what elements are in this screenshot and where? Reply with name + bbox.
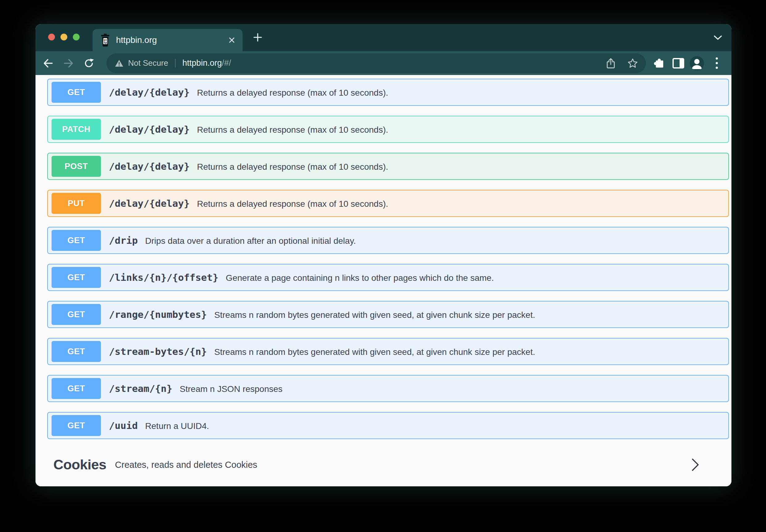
endpoint-info: /range/{numbytes} Streams n random bytes… xyxy=(109,309,535,320)
endpoint-path: /delay/{delay} xyxy=(109,87,189,98)
warning-triangle-icon[interactable] xyxy=(114,59,124,68)
swagger-content: GET /delay/{delay} Returns a delayed res… xyxy=(35,75,731,486)
url-divider xyxy=(175,59,176,68)
endpoint-info: /stream-bytes/{n} Streams n random bytes… xyxy=(109,346,535,357)
endpoint-path: /stream-bytes/{n} xyxy=(109,346,207,357)
zoom-button[interactable] xyxy=(73,34,80,40)
method-badge: GET xyxy=(52,267,101,288)
endpoint-info: /uuid Return a UUID4. xyxy=(109,420,209,431)
endpoint-path: /delay/{delay} xyxy=(109,124,189,135)
endpoint-info: /links/{n}/{offset} Generate a page cont… xyxy=(109,272,494,283)
endpoint-path: /delay/{delay} xyxy=(109,161,189,172)
tab-list-chevron-icon[interactable] xyxy=(714,35,722,40)
endpoint-row[interactable]: GET /range/{numbytes} Streams n random b… xyxy=(47,301,729,328)
endpoint-row[interactable]: POST /delay/{delay} Returns a delayed re… xyxy=(47,153,729,180)
close-button[interactable] xyxy=(48,34,55,40)
endpoint-path: /delay/{delay} xyxy=(109,198,189,209)
url-path: /#/ xyxy=(222,58,231,68)
reload-icon[interactable] xyxy=(83,57,95,69)
method-badge: GET xyxy=(52,341,101,362)
tab-httpbin[interactable]: ht tp httpbin.org xyxy=(93,29,243,51)
endpoint-info: /delay/{delay} Returns a delayed respons… xyxy=(109,198,388,209)
endpoint-row[interactable]: GET /drip Drips data over a duration aft… xyxy=(47,227,729,254)
window-controls xyxy=(48,34,80,40)
endpoint-path: /uuid xyxy=(109,420,138,431)
endpoint-info: /drip Drips data over a duration after a… xyxy=(109,235,356,246)
method-badge: GET xyxy=(52,230,101,251)
endpoint-row[interactable]: PATCH /delay/{delay} Returns a delayed r… xyxy=(47,116,729,143)
kebab-menu-icon[interactable] xyxy=(711,57,722,69)
method-badge: POST xyxy=(52,156,101,177)
method-badge: PATCH xyxy=(52,119,101,140)
endpoint-info: /delay/{delay} Returns a delayed respons… xyxy=(109,87,388,98)
endpoint-description: Returns a delayed response (max of 10 se… xyxy=(197,125,388,135)
url-bar[interactable]: Not Secure httpbin.org/#/ xyxy=(106,53,646,73)
endpoint-row[interactable]: GET /links/{n}/{offset} Generate a page … xyxy=(47,264,729,291)
security-label[interactable]: Not Secure xyxy=(128,58,168,68)
browser-window: ht tp httpbin.org xyxy=(35,24,731,486)
url-host: httpbin.org xyxy=(182,58,222,68)
tag-description: Creates, reads and deletes Cookies xyxy=(115,460,257,470)
back-arrow-icon[interactable] xyxy=(42,57,54,69)
side-panel-icon[interactable] xyxy=(672,57,684,69)
minimize-button[interactable] xyxy=(60,34,67,40)
browser-toolbar: Not Secure httpbin.org/#/ xyxy=(35,51,731,75)
endpoint-row[interactable]: GET /stream/{n} Stream n JSON responses xyxy=(47,375,729,402)
endpoint-description: Returns a delayed response (max of 10 se… xyxy=(197,162,388,172)
method-badge: PUT xyxy=(52,193,101,214)
endpoint-description: Streams n random bytes generated with gi… xyxy=(214,310,535,320)
endpoint-path: /drip xyxy=(109,235,138,246)
close-tab-icon[interactable] xyxy=(228,37,235,44)
httpbin-favicon-icon: ht tp xyxy=(100,34,110,47)
endpoint-description: Return a UUID4. xyxy=(145,421,209,431)
endpoint-path: /range/{numbytes} xyxy=(109,309,207,320)
tab-title: httpbin.org xyxy=(116,35,223,45)
profile-avatar-icon[interactable] xyxy=(690,56,704,70)
endpoint-info: /delay/{delay} Returns a delayed respons… xyxy=(109,124,388,135)
endpoint-row[interactable]: GET /uuid Return a UUID4. xyxy=(47,412,729,439)
tab-strip: ht tp httpbin.org xyxy=(35,24,731,51)
endpoint-path: /stream/{n} xyxy=(109,383,172,394)
method-badge: GET xyxy=(52,415,101,436)
method-badge: GET xyxy=(52,304,101,325)
endpoint-description: Streams n random bytes generated with gi… xyxy=(214,347,535,357)
forward-arrow-icon[interactable] xyxy=(63,57,74,69)
chevron-right-icon[interactable] xyxy=(691,458,699,472)
endpoint-row[interactable]: PUT /delay/{delay} Returns a delayed res… xyxy=(47,190,729,217)
endpoint-info: /stream/{n} Stream n JSON responses xyxy=(109,383,282,394)
extensions-puzzle-icon[interactable] xyxy=(653,57,664,69)
method-badge: GET xyxy=(52,378,101,399)
endpoint-description: Stream n JSON responses xyxy=(180,384,282,394)
endpoint-list: GET /delay/{delay} Returns a delayed res… xyxy=(47,79,729,439)
tag-section-cookies[interactable]: Cookies Creates, reads and deletes Cooki… xyxy=(47,453,729,477)
endpoint-description: Returns a delayed response (max of 10 se… xyxy=(197,199,388,209)
url-text[interactable]: httpbin.org/#/ xyxy=(182,58,231,68)
endpoint-description: Generate a page containing n links to ot… xyxy=(226,273,494,283)
endpoint-description: Returns a delayed response (max of 10 se… xyxy=(197,88,388,98)
tag-title: Cookies xyxy=(53,457,106,473)
new-tab-plus-icon[interactable] xyxy=(253,32,263,42)
endpoint-row[interactable]: GET /delay/{delay} Returns a delayed res… xyxy=(47,79,729,106)
bookmark-star-icon[interactable] xyxy=(627,58,638,69)
endpoint-row[interactable]: GET /stream-bytes/{n} Streams n random b… xyxy=(47,338,729,365)
method-badge: GET xyxy=(52,82,101,103)
svg-text:tp: tp xyxy=(104,41,107,44)
share-icon[interactable] xyxy=(606,58,616,69)
endpoint-info: /delay/{delay} Returns a delayed respons… xyxy=(109,161,388,172)
endpoint-description: Drips data over a duration after an opti… xyxy=(145,236,356,246)
endpoint-path: /links/{n}/{offset} xyxy=(109,272,219,283)
